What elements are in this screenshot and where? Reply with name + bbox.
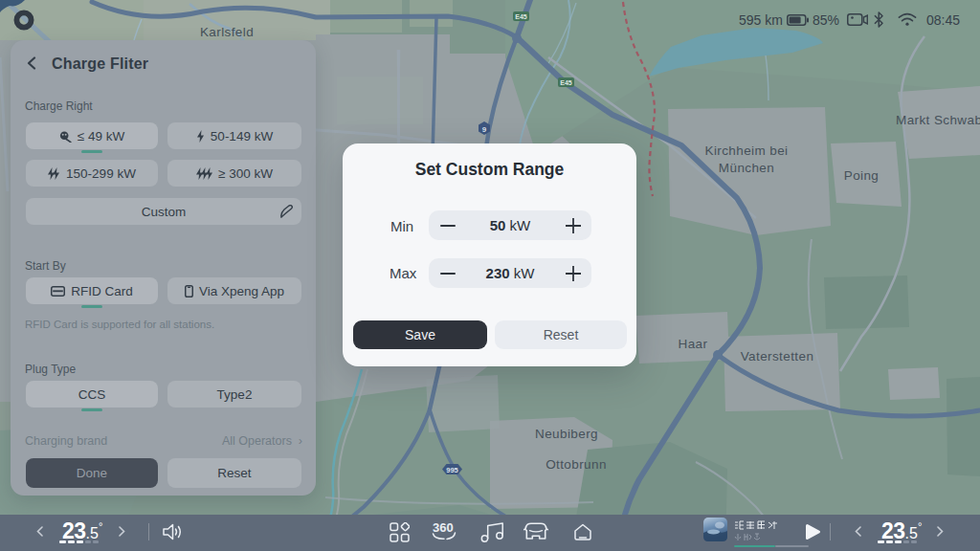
svg-text:Markt Schwaben: Markt Schwaben [896, 113, 980, 127]
svg-text:Kirchheim bei: Kirchheim bei [705, 143, 789, 158]
svg-text:Poing: Poing [844, 168, 880, 183]
svg-text:München: München [719, 161, 774, 175]
svg-text:Vaterstetten: Vaterstetten [741, 349, 814, 364]
svg-text:9: 9 [482, 125, 487, 134]
svg-text:Haar: Haar [679, 337, 708, 351]
svg-text:995: 995 [446, 466, 458, 474]
svg-text:Ottobrunn: Ottobrunn [546, 457, 607, 472]
svg-text:E45: E45 [560, 79, 572, 86]
svg-text:Neubiberg: Neubiberg [535, 427, 598, 441]
